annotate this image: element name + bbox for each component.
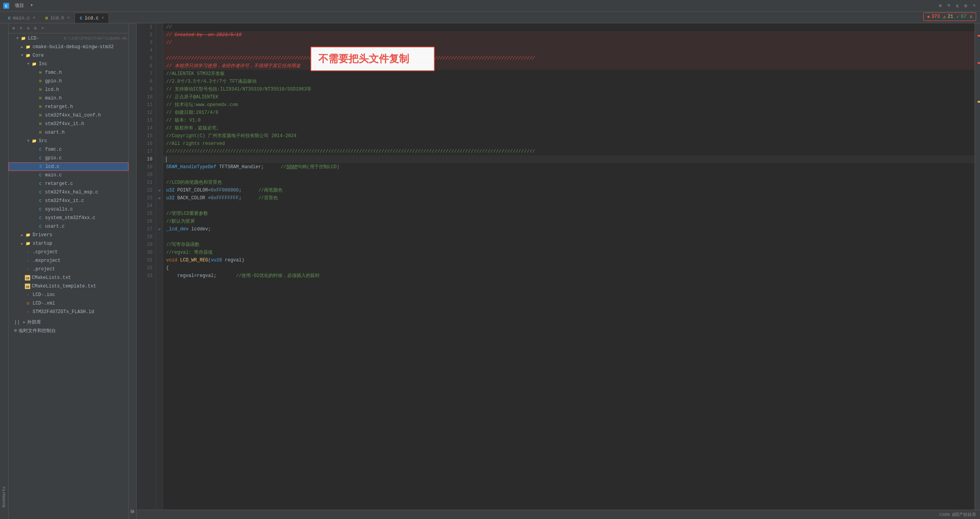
sidebar-toolbar-icon2[interactable]: ≡ [18,25,24,31]
badge-expand[interactable]: ∧ [970,14,973,20]
sidebar-item-retarget-c[interactable]: C retarget.c [9,179,128,188]
code-line-7[interactable]: //ALIENTEK STM32开发板 [163,70,975,78]
tab-lcd-h-close[interactable]: × [67,16,69,20]
code-line-4[interactable] [163,47,975,54]
tab-main-c-close[interactable]: × [33,16,35,20]
code-line-25[interactable]: //管理LCD重要参数 [163,210,975,218]
code-line-6[interactable]: // 本程序只供学习使用，未经作者许可，不得用于其它任何用途 [163,62,975,70]
menu-dropdown[interactable]: ▾ [28,2,35,10]
sidebar-item-lcd-xml[interactable]: ⊡ LCD-.xml [9,299,128,308]
sidebar-item-gpio-h[interactable]: H gpio.h [9,77,128,85]
gutter-23[interactable]: ⇄ [156,194,163,202]
lcd-h-label: lcd.h [45,87,127,92]
code-line-13[interactable]: // 版本: V1.0 [163,117,975,124]
code-line-10[interactable]: // 正点原子@ALIENTEK [163,93,975,101]
code-line-26[interactable]: //默认为竖屏 [163,218,975,225]
menu-project[interactable]: 项目 [12,2,26,10]
sidebar-item-project[interactable]: · .project [9,265,128,273]
code-line-14[interactable]: // 版权所有，盗版必究。 [163,124,975,132]
toolbar-icon-add[interactable]: ⊕ [939,3,942,9]
sidebar-item-drivers[interactable]: 📁 Drivers [9,231,128,239]
code-line-17[interactable]: ////////////////////////////////////////… [163,148,975,155]
sidebar-item-usart-h[interactable]: H usart.h [9,128,128,137]
code-line-27[interactable]: _lcd_dev lcddev ; [163,225,975,233]
code-editor[interactable]: 1 2 3 4 5 6 7 8 9 10 11 12 13 14 15 16 1… [137,23,980,510]
code-line-28[interactable] [163,233,975,241]
code-line-15[interactable]: //Copyright(C) 广州市星翼电子科技有限公司 2014-2024 [163,132,975,140]
sidebar-item-system-c[interactable]: C system_stm32f4xx.c [9,214,128,222]
sidebar-item-stm32-ld[interactable]: · STM32F407ZGTx_FLASH.ld [9,308,128,316]
gutter-22[interactable]: ⇄ [156,186,163,194]
sidebar-item-root[interactable]: 📁 LCD- D:\Job\STM32\F407\CubeMX-HA [9,34,128,43]
code-line-8[interactable]: //2.8寸/3.5寸/4.3寸/7寸 TFT液晶驱动 [163,78,975,85]
tab-lcd-c[interactable]: C lcd.c × [75,13,109,23]
code-line-33[interactable]: regval = regval ; //使用-O2优化的时候，必须插入的延时 [163,272,975,280]
tab-lcd-c-close[interactable]: × [102,16,104,20]
code-line-23[interactable]: u32 BACK_COLOR = 0xFFFFFFFF ; //背景色 [163,194,975,202]
sidebar-item-lcd-c[interactable]: C lcd.c [9,162,128,171]
code-line-22[interactable]: u32 POINT_COLOR = 0xFF000000 ; //画笔颜色 [163,186,975,194]
right-gutter[interactable] [975,23,980,510]
sidebar-item-cproject[interactable]: · .cproject [9,248,128,256]
code-line-20[interactable] [163,171,975,179]
code-line-1[interactable]: // [163,23,975,31]
code-line-11[interactable]: // 技术论坛:www.openedv.com [163,101,975,109]
code-line-9[interactable]: // 支持驱动IC型号包括:ILI9341/NT35310/NT35510/SS… [163,85,975,93]
sidebar-item-syscalls-c[interactable]: C syscalls.c [9,205,128,214]
sidebar-item-temp[interactable]: ≡ 临时文件和控制台 [9,326,128,335]
sidebar-item-gpio-c[interactable]: C gpio.c [9,154,128,162]
line16-content: //All rights reserved [166,140,225,148]
code-line-2[interactable]: // Created by on 2023/5/19 [163,31,975,39]
code-line-5[interactable]: ////////////////////////////////////////… [163,54,975,62]
menu-bar[interactable]: 项目 ▾ [12,2,35,10]
sidebar-toolbar-icon1[interactable]: ⊕ [11,25,17,31]
sidebar-item-stm32it-h[interactable]: H stm32f4xx_it.h [9,120,128,128]
toolbar-icon-settings[interactable]: ⚙ [964,3,967,9]
gutter-27[interactable]: ⇄ [156,225,163,233]
toolbar-icon-sort[interactable]: ⇅ [956,3,959,9]
code-line-16[interactable]: //All rights reserved [163,140,975,148]
sidebar-item-main-h[interactable]: H main.h [9,94,128,103]
code-line-18[interactable] [163,155,975,163]
sidebar-item-stm32hal-msp-c[interactable]: C stm32f4xx_hal_msp.c [9,188,128,197]
sidebar-item-external-libs[interactable]: || 外部库 [9,318,128,326]
sidebar-item-fsmc-h[interactable]: H fsmc.h [9,68,128,77]
tab-lcd-h[interactable]: H lcd.h × [40,13,75,23]
sidebar-item-usart-c[interactable]: C usart.c [9,222,128,231]
ln-1: 1 [140,23,153,31]
code-line-29[interactable]: //写寄存器函数 [163,241,975,249]
sidebar-item-startup[interactable]: 📁 startup [9,239,128,248]
sidebar-item-stm32hal-conf-h[interactable]: H stm32f4xx_hal_conf.h [9,111,128,120]
sidebar-item-mxproject[interactable]: · .mxproject [9,256,128,265]
sidebar-toolbar-icon3[interactable]: ⇅ [25,25,31,31]
sidebar-toolbar-icon5[interactable]: × [40,25,45,31]
code-line-30[interactable]: //regval: 寄存器值 [163,249,975,256]
code-line-32[interactable]: { [163,264,975,272]
sidebar-item-inc[interactable]: 📁 Inc [9,60,128,68]
code-line-3[interactable]: // [163,39,975,47]
sidebar-item-lcd-ioc[interactable]: · LCD-.ioc [9,291,128,299]
toolbar-icon-close[interactable]: × [973,3,976,9]
sidebar-item-cmake[interactable]: 📁 cmake-build-debug-mingw-stm32 [9,43,128,51]
code-line-19[interactable]: SRAM_HandleTypeDef TFTSRAM_Handler ; //S… [163,163,975,171]
error-icon: ● [927,14,930,20]
sidebar-toolbar-icon4[interactable]: ⚙ [33,25,38,31]
sidebar-item-cmakelists[interactable]: CM CMakeLists.txt [9,273,128,282]
sidebar-item-lcd-h[interactable]: H lcd.h [9,85,128,94]
code-line-24[interactable] [163,202,975,210]
sidebar-item-cmakelists-template[interactable]: CM CMakeLists_template.txt [9,282,128,291]
code-line-12[interactable]: // 创建日期:2017/4/8 [163,109,975,117]
gutter-30 [156,249,163,256]
toolbar-icon-list[interactable]: ≡ [947,3,951,9]
sidebar-item-fsmc-c[interactable]: C fsmc.c [9,145,128,154]
code-line-21[interactable]: //LCD的画笔颜色和背景色 [163,179,975,186]
code-line-31[interactable]: void LCD_WR_REG ( vu16 regval ) [163,256,975,264]
sidebar-item-stm32it-c[interactable]: C stm32f4xx_it.c [9,197,128,205]
sidebar-item-src[interactable]: 📁 Src [9,137,128,145]
sidebar-item-retarget-h[interactable]: H retarget.h [9,103,128,111]
sidebar-item-core[interactable]: 📁 Core [9,51,128,60]
error-warning-badge[interactable]: ● 373 ⚠ 21 ✓ 67 ∧ [923,12,976,21]
sidebar-item-main-c[interactable]: C main.c [9,171,128,179]
tab-main-c[interactable]: C main.c × [3,13,40,23]
code-lines[interactable]: 不需要把头文件复制 // // Created by on 2023/5/19 … [163,23,975,510]
